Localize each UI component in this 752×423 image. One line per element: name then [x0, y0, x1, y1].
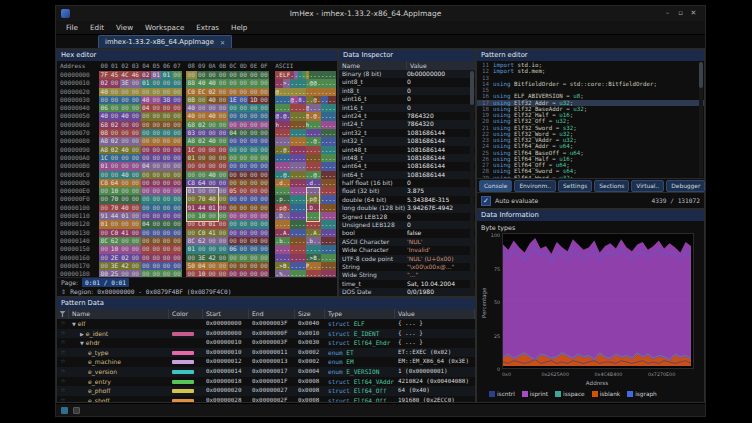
hex-byte[interactable]: 00 — [120, 154, 130, 162]
hex-byte[interactable]: 00 — [248, 187, 258, 195]
hex-byte[interactable]: 00 — [141, 88, 151, 96]
hex-byte[interactable]: 40 — [207, 195, 217, 203]
hex-byte[interactable]: 00 — [130, 229, 140, 237]
hex-byte[interactable]: 00 — [217, 270, 227, 277]
hex-byte[interactable]: 01 — [120, 212, 130, 220]
hex-byte[interactable]: 00 — [130, 204, 140, 212]
legend-item-iscntrl[interactable]: iscntrl — [489, 391, 515, 397]
hex-byte[interactable]: 00 — [99, 245, 109, 253]
hex-byte[interactable]: 00 — [120, 88, 130, 96]
hex-byte[interactable]: 00 — [238, 254, 248, 262]
ascii-char[interactable]: . — [332, 270, 336, 277]
hex-byte[interactable]: 00 — [259, 71, 269, 79]
hex-byte[interactable]: 40 — [207, 171, 217, 179]
hex-byte[interactable]: 00 — [151, 220, 161, 228]
pattern-name[interactable]: ▶e_ident — [69, 329, 169, 339]
hex-byte[interactable]: 2E — [109, 254, 119, 262]
inspector-row[interactable]: Wide String"..." — [339, 271, 475, 279]
hex-byte[interactable]: 00 — [207, 162, 217, 170]
hex-byte[interactable]: 00 — [161, 187, 171, 195]
hex-byte[interactable]: 00 — [186, 195, 196, 203]
hex-byte[interactable]: 00 — [228, 146, 238, 154]
inspector-row[interactable]: boolfalse — [339, 229, 475, 237]
hex-byte[interactable]: 00 — [217, 121, 227, 129]
hex-byte[interactable]: 01 — [186, 187, 196, 195]
hex-byte[interactable]: 00 — [217, 104, 227, 112]
hex-byte[interactable]: 00 — [238, 171, 248, 179]
hex-byte[interactable]: 00 — [141, 262, 151, 270]
hex-byte[interactable]: 00 — [217, 212, 227, 220]
hex-byte[interactable]: 70 — [197, 195, 207, 203]
hex-byte[interactable]: 00 — [259, 112, 269, 120]
inspector-row[interactable]: long double (128 bit)3.94267E-4942 — [339, 204, 475, 212]
hex-byte[interactable]: 38 — [161, 96, 171, 104]
inspector-value[interactable]: 0b00000000 — [407, 70, 475, 78]
hex-byte[interactable]: 01 — [186, 154, 196, 162]
hex-byte[interactable]: 00 — [161, 254, 171, 262]
hex-byte[interactable]: 00 — [172, 121, 182, 129]
hex-byte[interactable]: 00 — [186, 270, 196, 277]
hex-byte[interactable]: 00 — [238, 137, 248, 145]
status-task-icon[interactable] — [61, 407, 68, 414]
hex-byte[interactable]: 00 — [207, 154, 217, 162]
pattern-row[interactable]: ☆e_version0x000000140x000000170x0004enum… — [57, 367, 475, 377]
hex-byte[interactable]: 00 — [172, 88, 182, 96]
hex-byte[interactable]: 00 — [151, 104, 161, 112]
hex-byte[interactable]: C0 — [109, 229, 119, 237]
hex-byte[interactable]: 00 — [172, 237, 182, 245]
hex-byte[interactable]: 00 — [207, 71, 217, 79]
inspector-value[interactable]: 0 — [407, 179, 475, 187]
hex-byte[interactable]: 03 — [186, 129, 196, 137]
hex-byte[interactable]: 00 — [172, 171, 182, 179]
hex-byte[interactable]: 00 — [259, 270, 269, 277]
hex-byte[interactable]: 00 — [161, 88, 171, 96]
inspector-row[interactable]: Signed LEB1280 — [339, 213, 475, 221]
hex-byte[interactable]: 00 — [99, 171, 109, 179]
hex-byte[interactable]: 00 — [238, 245, 248, 253]
title-bar[interactable]: ImHex - imhex-1.33.2-x86_64.AppImage – ▫… — [56, 6, 705, 21]
hex-byte[interactable]: 00 — [217, 237, 227, 245]
hex-byte[interactable]: 00 — [130, 104, 140, 112]
pattern-name[interactable]: e_type — [69, 348, 169, 358]
hex-byte[interactable]: 02 — [141, 71, 151, 79]
inspector-value[interactable]: 0 — [407, 87, 475, 95]
inspector-value[interactable]: 0/0/1980 — [407, 288, 475, 296]
hex-byte[interactable]: 01 — [151, 71, 161, 79]
hex-byte[interactable]: 64 — [109, 179, 119, 187]
hex-byte[interactable]: 00 — [217, 254, 227, 262]
inspector-row[interactable]: time_tSat, 10.04.2004 — [339, 280, 475, 288]
inspector-row[interactable]: Binary (8 bit)0b00000000 — [339, 70, 475, 78]
filter-icon[interactable] — [60, 311, 66, 317]
ascii-char[interactable]: . — [332, 229, 336, 237]
pattern-name[interactable]: e_shoff — [69, 396, 169, 402]
hex-byte[interactable]: 00 — [259, 187, 269, 195]
hex-byte[interactable]: 00 — [197, 245, 207, 253]
hex-byte[interactable]: C0 — [186, 88, 196, 96]
hex-byte[interactable]: 70 — [109, 195, 119, 203]
hex-byte[interactable]: 00 — [228, 229, 238, 237]
maximize-button[interactable]: ▫ — [674, 6, 687, 21]
hex-byte[interactable]: 00 — [99, 195, 109, 203]
hex-byte[interactable]: 00 — [217, 137, 227, 145]
hex-byte[interactable]: 00 — [151, 162, 161, 170]
pattern-row[interactable]: ☆e_phoff0x000000200x000000270x0008struct… — [57, 386, 475, 396]
tab-close-icon[interactable]: ✕ — [220, 39, 225, 46]
hex-byte[interactable]: 00 — [259, 104, 269, 112]
hex-byte[interactable]: 04 — [141, 220, 151, 228]
hex-byte[interactable]: 00 — [207, 187, 217, 195]
legend-item-isblank[interactable]: isblank — [592, 391, 621, 397]
hex-byte[interactable]: 00 — [238, 220, 248, 228]
inspector-value[interactable]: 'Invalid' — [407, 246, 475, 254]
document-tab[interactable]: imhex-1.33.2-x86_64.AppImage ✕ — [98, 35, 232, 48]
editor-tab-debugger[interactable]: Debugger — [666, 180, 705, 192]
hex-byte[interactable]: 41 — [207, 229, 217, 237]
hex-byte[interactable]: 00 — [186, 229, 196, 237]
favorite-star-icon[interactable]: ☆ — [57, 357, 69, 367]
hex-byte[interactable]: 00 — [248, 171, 258, 179]
hex-byte[interactable]: 00 — [248, 112, 258, 120]
hex-byte[interactable]: 00 — [141, 245, 151, 253]
hex-byte[interactable]: 00 — [109, 112, 119, 120]
hex-byte[interactable]: 00 — [161, 179, 171, 187]
inspector-row[interactable]: ASCII Character'NUL' — [339, 238, 475, 246]
pattern-name[interactable]: e_version — [69, 367, 169, 377]
